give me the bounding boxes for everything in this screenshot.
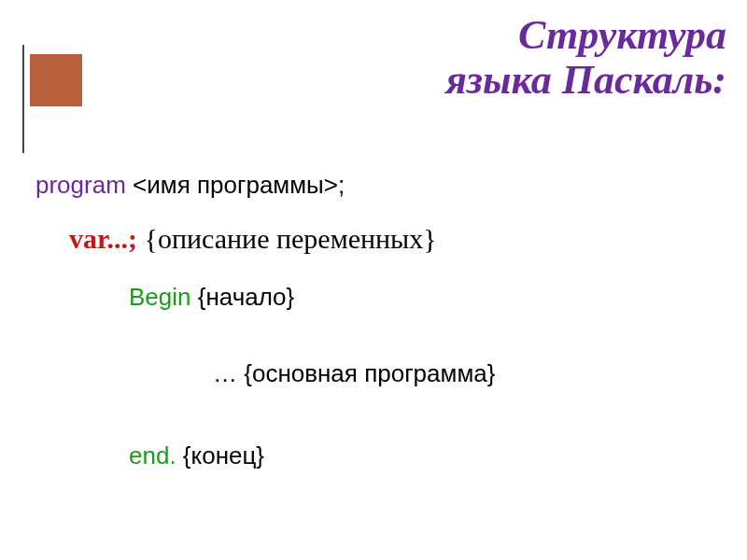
body-line: … {основная программа} — [213, 358, 719, 390]
keyword-begin: Begin — [129, 283, 191, 311]
body-comment: {основная программа} — [244, 359, 495, 387]
decoration-square — [30, 54, 82, 106]
program-line: program <имя программы>; — [35, 168, 719, 202]
title-line-1: Структура — [445, 13, 726, 58]
begin-comment: {начало} — [191, 283, 295, 311]
code-structure: program <имя программы>; var...; {описан… — [35, 168, 719, 491]
end-line: end. {конец} — [129, 439, 719, 472]
program-placeholder: <имя программы>; — [126, 171, 345, 199]
begin-line: Begin {начало} — [129, 280, 719, 314]
keyword-program: program — [35, 171, 126, 199]
keyword-end: end. — [129, 441, 176, 469]
end-comment: {конец} — [176, 441, 264, 469]
slide-title: Структура языка Паскаль: — [445, 13, 726, 104]
decoration-line — [22, 45, 24, 153]
body-ellipsis: … — [213, 359, 244, 387]
title-line-2: языка Паскаль: — [445, 58, 726, 103]
var-comment: {описание переменных} — [137, 223, 437, 254]
keyword-var: var...; — [69, 223, 137, 254]
var-line: var...; {описание переменных} — [69, 220, 719, 257]
slide-decoration — [22, 45, 82, 153]
